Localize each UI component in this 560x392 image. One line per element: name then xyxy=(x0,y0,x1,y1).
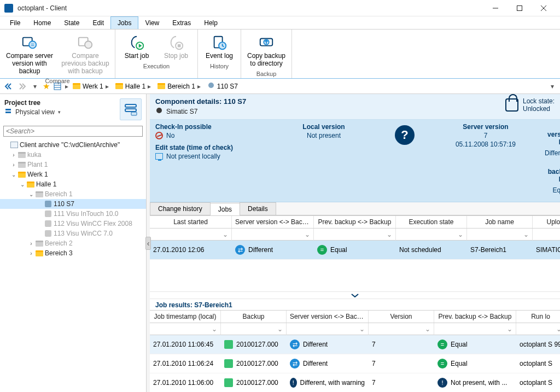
tree-archive-root[interactable]: Client archive "C:\vdClientArchive" xyxy=(0,140,146,150)
list-view-icon[interactable] xyxy=(52,81,63,92)
nav-back-button[interactable] xyxy=(3,81,14,92)
col-upload[interactable]: Upload xyxy=(533,216,560,228)
window-title: octoplant - Client xyxy=(18,4,483,12)
cell-exec: Not scheduled xyxy=(396,241,467,259)
detail-tabs: Change history Jobs Details xyxy=(150,202,560,215)
filter-dropdown[interactable]: ⌄ xyxy=(150,229,232,241)
tree-node-bereich2[interactable]: › Bereich 2 xyxy=(0,238,146,248)
breadcrumb-werk1[interactable]: Werk 1▸ xyxy=(71,83,111,90)
filter-dropdown[interactable]: ⌄ xyxy=(314,229,396,241)
compare-server-backup-icon: = xyxy=(21,34,38,51)
col-backup[interactable]: Backup xyxy=(221,311,287,323)
menu-help[interactable]: Help xyxy=(197,16,224,29)
tree-node-110s7[interactable]: 110 S7 xyxy=(0,199,146,209)
col-svb[interactable]: Server version <-> Backup xyxy=(287,311,369,323)
filter-dropdown[interactable]: ⌄ xyxy=(221,323,287,335)
menu-jobs[interactable]: Jobs xyxy=(110,16,138,29)
menu-edit[interactable]: Edit xyxy=(86,16,110,29)
breadcrumb-110s7[interactable]: 110 S7 xyxy=(205,81,240,91)
jobs-grid-row[interactable]: 27.01.2010 12:06 ⇄Different =Equal Not s… xyxy=(150,241,560,260)
tree-node-werk1[interactable]: ⌄ Werk 1 xyxy=(0,169,146,179)
tree-node-bereich3[interactable]: › Bereich 3 xyxy=(0,248,146,258)
col-run[interactable]: Run lo xyxy=(516,311,560,323)
tree-node-112[interactable]: 112 Visu WinCC Flex 2008 xyxy=(0,219,146,229)
col-version[interactable]: Version xyxy=(369,311,434,323)
jobs-grid-hscroll[interactable] xyxy=(150,283,560,291)
tree-node-plant1[interactable]: › Plant 1 xyxy=(0,160,146,169)
server-version-label: Server version xyxy=(431,123,540,131)
breadcrumb-bereich1[interactable]: Bereich 1▸ xyxy=(155,83,203,90)
job-results-row[interactable]: 27.01.2010 11:06:00 20100127.000 !Differ… xyxy=(150,373,560,392)
col-execution-state[interactable]: Execution state xyxy=(396,216,467,228)
favorite-icon[interactable]: ★ xyxy=(43,81,50,91)
tree-node-113[interactable]: 113 Visu WinCC 7.0 xyxy=(0,229,146,238)
status-band: Check-In possible No Edit state (time of… xyxy=(150,120,560,202)
window-close-button[interactable] xyxy=(532,1,556,16)
cell-version: 7 xyxy=(369,354,434,373)
tree-node-bereich1[interactable]: ⌄ Bereich 1 xyxy=(0,189,146,199)
filter-dropdown[interactable]: ⌄ xyxy=(369,323,434,335)
checkin-possible-label: Check-In possible xyxy=(155,123,265,131)
ribbon-label: Compare previous backup with backup xyxy=(60,52,110,75)
equal-badge-icon: = xyxy=(438,340,447,349)
copy-backup-to-directory-button[interactable]: Copy backup to directory xyxy=(244,32,288,69)
component-type-icon xyxy=(155,107,163,116)
help-icon[interactable]: ? xyxy=(395,125,415,145)
menu-file[interactable]: File xyxy=(3,16,27,29)
filter-dropdown[interactable]: ⌄ xyxy=(232,229,314,241)
nav-history-dropdown[interactable]: ▾ xyxy=(30,81,40,92)
backup-chip-icon xyxy=(224,340,233,349)
breadcrumb-dropdown[interactable]: ▾ xyxy=(548,83,557,90)
different-badge-icon: ⇄ xyxy=(290,340,300,349)
cell-ts: 27.01.2010 11:06:24 xyxy=(150,354,221,373)
search-input[interactable] xyxy=(3,126,143,137)
compare-server-with-backup-button[interactable]: = Compare server version with backup xyxy=(3,32,56,76)
menu-extras[interactable]: Extras xyxy=(166,16,197,29)
menu-home[interactable]: Home xyxy=(27,16,57,29)
tab-details[interactable]: Details xyxy=(240,202,276,215)
filter-dropdown[interactable]: ⌄ xyxy=(150,323,221,335)
col-pvb[interactable]: Prev. backup <-> Backup xyxy=(314,216,396,228)
svg-rect-21 xyxy=(5,109,11,110)
ribbon-group-label: Backup xyxy=(256,70,277,78)
tab-change-history[interactable]: Change history xyxy=(150,202,211,215)
event-log-button[interactable]: Event log xyxy=(201,32,237,61)
cell-pvb: Equal xyxy=(451,360,468,367)
filter-dropdown[interactable]: ⌄ xyxy=(467,229,533,241)
jobs-grid-filter-row: ⌄ ⌄ ⌄ ⌄ ⌄ ⌄ xyxy=(150,229,560,241)
different-badge-icon: ⇄ xyxy=(235,245,245,255)
cell-last-started: 27.01.2010 12:06 xyxy=(150,241,232,259)
physical-view-selector[interactable]: Physical view ▾ xyxy=(4,108,115,120)
job-results-row[interactable]: 27.01.2010 11:06:24 20100127.000 ⇄Differ… xyxy=(150,354,560,373)
filter-dropdown[interactable]: ⌄ xyxy=(533,229,560,241)
window-maximize-button[interactable] xyxy=(508,1,532,16)
filter-dropdown[interactable]: ⌄ xyxy=(434,323,516,335)
menu-view[interactable]: View xyxy=(138,16,166,29)
col-last-started[interactable]: Last started xyxy=(150,216,232,228)
cell-pvb: Not present, with ... xyxy=(451,379,507,387)
project-tree[interactable]: Client archive "C:\vdClientArchive" › ku… xyxy=(0,139,146,392)
col-job-name[interactable]: Job name xyxy=(467,216,533,228)
breadcrumb-halle1[interactable]: Halle 1▸ xyxy=(113,83,153,90)
horizontal-splitter[interactable] xyxy=(150,291,560,299)
job-results-row[interactable]: 27.01.2010 11:06:45 20100127.000 ⇄Differ… xyxy=(150,335,560,354)
tree-node-kuka[interactable]: › kuka xyxy=(0,150,146,160)
svg-rect-23 xyxy=(125,104,136,107)
tab-jobs[interactable]: Jobs xyxy=(210,203,240,215)
tree-node-halle1[interactable]: ⌄ Halle 1 xyxy=(0,179,146,189)
tree-node-111[interactable]: 111 Visu InTouch 10.0 xyxy=(0,209,146,219)
filter-dropdown[interactable]: ⌄ xyxy=(287,323,369,335)
filter-dropdown[interactable]: ⌄ xyxy=(516,323,560,335)
svg-point-8 xyxy=(85,41,92,48)
event-log-icon xyxy=(211,34,228,51)
col-svb[interactable]: Server version <-> Backup xyxy=(232,216,314,228)
job-results-filter-row: ⌄ ⌄ ⌄ ⌄ ⌄ ⌄ xyxy=(150,323,560,335)
ribbon-label: Stop job xyxy=(164,52,188,60)
col-job-timestamp[interactable]: Job timestamp (local) xyxy=(150,311,221,323)
col-pvb[interactable]: Prev. backup <-> Backup xyxy=(434,311,516,323)
menu-state[interactable]: State xyxy=(57,16,86,29)
filter-dropdown[interactable]: ⌄ xyxy=(396,229,467,241)
tree-view-toggle-button[interactable] xyxy=(120,98,142,120)
start-job-button[interactable]: Start job xyxy=(119,32,155,61)
window-minimize-button[interactable] xyxy=(483,1,508,16)
